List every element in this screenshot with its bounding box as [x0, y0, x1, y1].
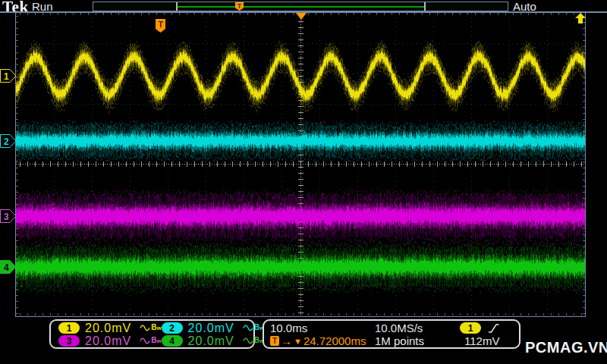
ch3-scale: 20.0mV [85, 334, 131, 348]
trigger-source-readout[interactable]: 1 [460, 322, 522, 334]
svg-text:2: 2 [4, 136, 9, 147]
channel-readout-box: 1 20.0mV Bw 2 20.0mV Bw 3 20.0mV Bw 4 20… [49, 319, 255, 349]
trigger-level-offscreen-icon[interactable] [574, 12, 587, 27]
trigger-mode-label: Auto [513, 0, 536, 13]
oscilloscope-screen: Tek Run T Auto T 1 2 3 [0, 0, 607, 364]
ch2-position-marker[interactable]: 2 [0, 134, 17, 151]
triangle-icon: ▼ [294, 337, 302, 346]
svg-text:T: T [159, 20, 164, 29]
ch3-position-marker[interactable]: 3 [0, 209, 17, 226]
trigger-t-icon: T [270, 336, 279, 346]
ac-coupling-icon [140, 324, 150, 332]
ch4-badge: 4 [162, 335, 183, 347]
trigger-source-badge: 1 [460, 322, 481, 334]
record-view-waveform [177, 6, 425, 8]
record-view-bar[interactable]: T [93, 2, 508, 11]
ch4-scale: 20.0mV [188, 334, 234, 348]
ch1-scale: 20.0mV [85, 322, 131, 335]
waveform-canvas [16, 13, 585, 315]
trigger-delay-value: 24.72000ms [304, 334, 366, 347]
trigger-position-icon[interactable]: T [156, 19, 166, 36]
record-length-readout: 1M points [375, 334, 460, 347]
bandwidth-limit-icon: Bw [151, 337, 161, 344]
ch2-readout[interactable]: 2 20.0mV Bw [162, 322, 265, 334]
ch3-readout[interactable]: 3 20.0mV Bw [58, 334, 162, 347]
ac-coupling-icon [140, 337, 150, 345]
svg-text:4: 4 [4, 262, 9, 273]
svg-text:1: 1 [4, 71, 9, 82]
ac-coupling-icon [243, 337, 253, 345]
bandwidth-limit-icon: Bw [151, 324, 161, 331]
ch4-readout[interactable]: 4 20.0mV Bw [162, 334, 265, 347]
sample-rate-readout: 10.0MS/s [375, 322, 460, 334]
rising-edge-icon [488, 323, 500, 334]
trigger-level-readout[interactable]: 112mV [460, 334, 522, 347]
expansion-point-icon[interactable] [296, 13, 307, 20]
ac-coupling-icon [243, 324, 253, 332]
record-trigger-icon[interactable]: T [235, 2, 244, 11]
ch1-position-marker[interactable]: 1 [0, 69, 17, 86]
trigger-delay-readout[interactable]: T → ▼ 24.72000ms [270, 334, 375, 347]
ch2-scale: 20.0mV [188, 322, 234, 335]
ch4-position-marker[interactable]: 4 [0, 260, 17, 277]
graticule: T [15, 13, 586, 317]
ch2-badge: 2 [162, 322, 183, 334]
ch3-badge: 3 [58, 335, 80, 347]
timebase-readout[interactable]: 10.0ms [270, 322, 375, 334]
svg-text:3: 3 [4, 212, 9, 222]
horizontal-trigger-box: 10.0ms 10.0MS/s 1 T → ▼ 24.72000ms 1M po… [263, 319, 521, 349]
window-bracket-left[interactable] [176, 2, 178, 11]
ch1-badge: 1 [58, 322, 80, 334]
arrow-icon: → [281, 334, 292, 347]
window-bracket-right[interactable] [424, 2, 426, 11]
ch1-readout[interactable]: 1 20.0mV Bw [58, 322, 162, 334]
watermark: PCMAG.VN [525, 339, 607, 356]
